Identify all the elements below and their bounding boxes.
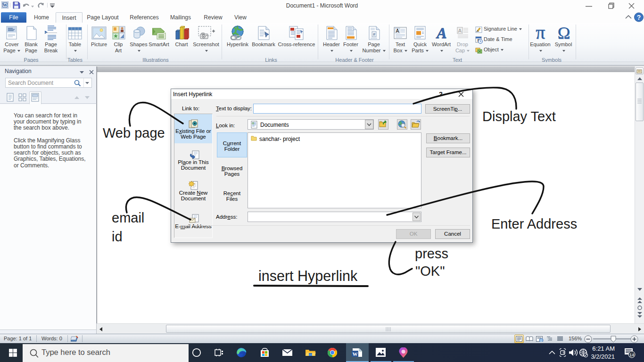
svg-text:#: # — [373, 32, 375, 37]
svg-text:A: A — [458, 28, 462, 33]
svg-text:A: A — [436, 25, 446, 41]
svg-text:W: W — [353, 351, 358, 357]
svg-text:A: A — [396, 28, 399, 33]
svg-text:14: 14 — [629, 352, 635, 357]
svg-text:W: W — [3, 2, 8, 8]
svg-text:?: ? — [637, 14, 641, 21]
